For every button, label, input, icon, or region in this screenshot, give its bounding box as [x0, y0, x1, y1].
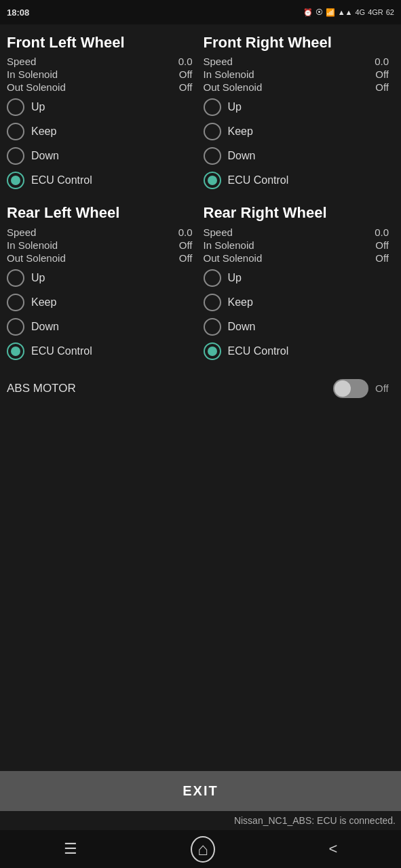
- rear-right-speed-label: Speed: [204, 226, 233, 238]
- front-right-ecu-control[interactable]: ECU Control: [204, 172, 395, 189]
- front-left-down-radio[interactable]: [7, 147, 24, 165]
- front-left-in-solenoid: In Solenoid Off: [7, 68, 198, 80]
- rear-left-ecu-label: ECU Control: [31, 345, 92, 357]
- front-right-down-radio[interactable]: [204, 147, 221, 165]
- rear-right-keep-radio[interactable]: [204, 294, 221, 311]
- rear-right-title: Rear Right Wheel: [204, 204, 395, 222]
- rear-right-radio-group: Up Keep Down ECU Control: [204, 269, 395, 360]
- front-right-radio-group: Up Keep Down ECU Control: [204, 98, 395, 189]
- wifi-icon: 📶: [326, 8, 335, 17]
- bottom-area: EXIT Nissan_NC1_ABS: ECU is connected. ☰…: [0, 771, 401, 868]
- rear-right-down[interactable]: Down: [204, 318, 395, 336]
- front-left-out-solenoid-label: Out Solenoid: [7, 81, 66, 93]
- rear-right-section: Rear Right Wheel Speed 0.0 In Solenoid O…: [201, 200, 398, 370]
- front-right-down-label: Down: [228, 150, 256, 162]
- front-right-speed-label: Speed: [204, 56, 233, 67]
- 4g-icon: 4G: [355, 8, 365, 16]
- front-right-speed: Speed 0.0: [204, 56, 395, 67]
- rear-right-up-radio[interactable]: [204, 269, 221, 287]
- front-left-keep-label: Keep: [31, 125, 56, 138]
- nav-home-icon[interactable]: ⌂: [191, 836, 215, 863]
- front-right-keep[interactable]: Keep: [204, 123, 395, 140]
- exit-button[interactable]: EXIT: [0, 771, 401, 811]
- rear-left-in-solenoid: In Solenoid Off: [7, 239, 198, 251]
- nav-bar: ☰ ⌂ <: [0, 830, 401, 868]
- rear-left-ecu-radio[interactable]: [7, 342, 24, 360]
- rear-right-in-solenoid-value: Off: [375, 239, 389, 251]
- rear-left-keep-radio[interactable]: [7, 294, 24, 311]
- rear-left-title: Rear Left Wheel: [7, 204, 198, 222]
- rear-left-keep[interactable]: Keep: [7, 294, 198, 311]
- front-right-keep-radio[interactable]: [204, 123, 221, 140]
- front-right-up-label: Up: [228, 101, 242, 113]
- front-left-down-label: Down: [31, 150, 59, 162]
- front-left-up[interactable]: Up: [7, 98, 198, 116]
- rear-left-speed-label: Speed: [7, 226, 36, 238]
- front-right-out-solenoid: Out Solenoid Off: [204, 81, 395, 93]
- rear-left-out-solenoid-label: Out Solenoid: [7, 252, 66, 264]
- front-right-ecu-radio[interactable]: [204, 172, 221, 189]
- alarm-icon: ⏰: [303, 8, 313, 17]
- 4gr-icon: 4GR: [368, 8, 383, 16]
- front-left-up-radio[interactable]: [7, 98, 24, 116]
- rear-right-ecu-control[interactable]: ECU Control: [204, 342, 395, 360]
- rear-right-out-solenoid-label: Out Solenoid: [204, 252, 263, 264]
- main-content: Front Left Wheel Speed 0.0 In Solenoid O…: [0, 24, 401, 412]
- bluetooth-icon: ⦿: [316, 8, 323, 16]
- rear-left-section: Rear Left Wheel Speed 0.0 In Solenoid Of…: [4, 200, 201, 370]
- rear-right-speed: Speed 0.0: [204, 226, 395, 238]
- rear-left-out-solenoid-value: Off: [179, 252, 193, 264]
- signal-icon: ▲▲: [338, 8, 353, 16]
- rear-right-ecu-label: ECU Control: [228, 345, 289, 357]
- front-right-in-solenoid: In Solenoid Off: [204, 68, 395, 80]
- front-left-keep-radio[interactable]: [7, 123, 24, 140]
- rear-left-speed-value: 0.0: [178, 226, 193, 238]
- toggle-knob: [335, 380, 351, 397]
- rear-left-down-radio[interactable]: [7, 318, 24, 336]
- front-left-down[interactable]: Down: [7, 147, 198, 165]
- rear-left-out-solenoid: Out Solenoid Off: [7, 252, 198, 264]
- rear-right-down-label: Down: [228, 321, 256, 333]
- rear-left-down[interactable]: Down: [7, 318, 198, 336]
- nav-back-icon[interactable]: <: [315, 837, 351, 861]
- front-left-out-solenoid-value: Off: [179, 81, 193, 93]
- front-right-keep-label: Keep: [228, 125, 253, 138]
- rear-right-speed-value: 0.0: [375, 226, 389, 238]
- rear-left-ecu-control[interactable]: ECU Control: [7, 342, 198, 360]
- rear-right-up[interactable]: Up: [204, 269, 395, 287]
- front-right-up[interactable]: Up: [204, 98, 395, 116]
- front-right-down[interactable]: Down: [204, 147, 395, 165]
- battery-icon: 62: [386, 8, 394, 16]
- rear-left-speed: Speed 0.0: [7, 226, 198, 238]
- front-right-in-solenoid-label: In Solenoid: [204, 68, 254, 80]
- abs-motor-row: ABS MOTOR Off: [4, 371, 397, 406]
- nav-menu-icon[interactable]: ☰: [50, 837, 91, 861]
- rear-right-out-solenoid: Out Solenoid Off: [204, 252, 395, 264]
- rear-left-up-radio[interactable]: [7, 269, 24, 287]
- front-left-up-label: Up: [31, 101, 45, 113]
- status-icons: ⏰ ⦿ 📶 ▲▲ 4G 4GR 62: [303, 8, 394, 17]
- front-left-ecu-radio[interactable]: [7, 172, 24, 189]
- front-left-ecu-control[interactable]: ECU Control: [7, 172, 198, 189]
- front-left-in-solenoid-value: Off: [179, 68, 193, 80]
- front-right-in-solenoid-value: Off: [375, 68, 389, 80]
- abs-motor-toggle[interactable]: [333, 379, 368, 398]
- rear-right-keep[interactable]: Keep: [204, 294, 395, 311]
- status-message: Nissan_NC1_ABS: ECU is connected.: [0, 811, 401, 830]
- status-bar: 18:08 ⏰ ⦿ 📶 ▲▲ 4G 4GR 62: [0, 0, 401, 24]
- rear-left-up[interactable]: Up: [7, 269, 198, 287]
- front-left-keep[interactable]: Keep: [7, 123, 198, 140]
- rear-right-down-radio[interactable]: [204, 318, 221, 336]
- rear-right-in-solenoid: In Solenoid Off: [204, 239, 395, 251]
- front-right-ecu-label: ECU Control: [228, 174, 289, 186]
- front-left-out-solenoid: Out Solenoid Off: [7, 81, 198, 93]
- wheels-grid: Front Left Wheel Speed 0.0 In Solenoid O…: [4, 30, 397, 371]
- rear-left-radio-group: Up Keep Down ECU Control: [7, 269, 198, 360]
- front-right-up-radio[interactable]: [204, 98, 221, 116]
- rear-right-out-solenoid-value: Off: [375, 252, 389, 264]
- rear-left-in-solenoid-value: Off: [179, 239, 193, 251]
- status-time: 18:08: [7, 7, 29, 18]
- rear-right-ecu-radio[interactable]: [204, 342, 221, 360]
- front-left-section: Front Left Wheel Speed 0.0 In Solenoid O…: [4, 30, 201, 200]
- front-right-out-solenoid-label: Out Solenoid: [204, 81, 263, 93]
